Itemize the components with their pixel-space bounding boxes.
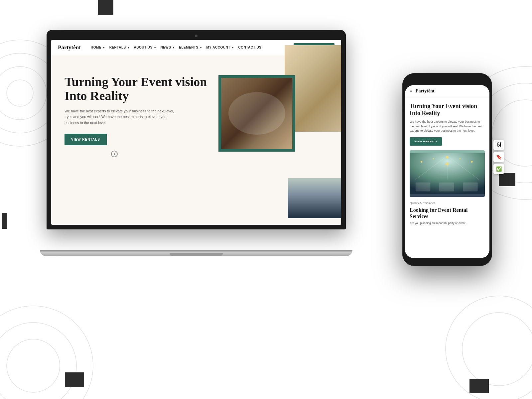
laptop-nav-contact[interactable]: CONTACT US [238,46,261,49]
about-dropdown-arrow: ▾ [154,46,156,49]
phone-content: Turning Your Event vision Into Reality W… [405,97,489,257]
laptop-hero-left: Turning Your Event vision Into Reality W… [51,55,225,225]
deco-square-2 [2,213,7,229]
phone-side-icon-image[interactable]: 🖼 [493,140,504,150]
deco-square-5 [499,173,515,186]
laptop-main-image [218,75,295,152]
svg-point-18 [446,156,448,158]
laptop-nav-home[interactable]: HOME ▾ [91,46,105,49]
svg-point-11 [462,313,532,386]
phone-section-text: Are you planning an important party or e… [410,221,485,225]
account-dropdown-arrow: ▾ [232,46,234,49]
phone-side-icon-check[interactable]: ✅ [493,164,504,174]
laptop-view-rentals-button[interactable]: VIEW RENTALS [65,134,107,145]
laptop-hero: Turning Your Event vision Into Reality W… [51,55,341,225]
hamburger-icon[interactable]: ≡ [410,88,412,94]
phone-hero-body: We have the best experts to elevate your… [410,120,485,133]
svg-point-16 [421,161,422,163]
svg-point-9 [7,339,60,392]
laptop-mockup: Partytênt HOME ▾ RENTALS ▾ ABOUT US ▾ NE… [47,30,346,256]
svg-point-20 [471,161,472,163]
phone-hero-title: Turning Your Event vision Into Reality [410,103,485,116]
scene: ABOUT US Partytênt HOME ▾ RENTALS ▾ ABOU… [0,0,532,399]
deco-square-1 [98,0,113,15]
laptop-body: Partytênt HOME ▾ RENTALS ▾ ABOUT US ▾ NE… [47,30,346,229]
phone-body: ≡ Partytênt Turning Your Event vision In… [402,73,492,266]
news-dropdown-arrow: ▾ [173,46,175,49]
deco-square-4 [469,379,489,393]
laptop-nav-about[interactable]: ABOUT US ▾ [134,46,156,49]
deco-square-3 [65,372,84,387]
laptop-bottom-image [288,178,341,218]
laptop-nav-links: HOME ▾ RENTALS ▾ ABOUT US ▾ NEWS ▾ ELEME… [91,46,294,49]
laptop-table-image-content [221,78,292,149]
svg-rect-21 [416,183,430,192]
phone-section-tag: Quality & Efficience [410,201,485,205]
svg-rect-22 [439,183,454,192]
laptop-screen: Partytênt HOME ▾ RENTALS ▾ ABOUT US ▾ NE… [51,40,341,225]
svg-point-19 [459,158,461,160]
laptop-nav-elements[interactable]: ELEMENTS ▾ [179,46,201,49]
laptop-nav-rentals[interactable]: RENTALS ▾ [109,46,129,49]
svg-rect-23 [463,183,477,192]
svg-point-8 [0,323,76,399]
phone-mockup: ≡ Partytênt Turning Your Event vision In… [402,73,492,273]
laptop-nav-news[interactable]: NEWS ▾ [160,46,174,49]
svg-point-3 [7,80,33,106]
elements-dropdown-arrow: ▾ [200,46,202,49]
laptop-hero-title: Turning Your Event vision Into Reality [65,75,215,103]
laptop-scroll-dot[interactable] [111,151,118,157]
phone-notch [434,77,461,84]
phone-logo: Partytênt [416,88,435,94]
svg-point-2 [0,66,47,120]
laptop-logo: Partytênt [58,44,81,51]
laptop-nav-account[interactable]: MY ACCOUNT ▾ [206,46,233,49]
rentals-dropdown-arrow: ▾ [128,46,129,49]
phone-navbar: ≡ Partytênt [405,85,489,97]
phone-screen: ≡ Partytênt Turning Your Event vision In… [405,85,489,258]
laptop-camera [195,35,198,37]
laptop-hero-body: We have the best experts to elevate your… [65,108,178,126]
phone-side-icons: 🖼 🔖 ✅ [493,140,504,174]
svg-point-17 [433,158,434,160]
home-dropdown-arrow: ▾ [103,46,105,49]
phone-section-title: Looking for Event Rental Services [410,207,485,219]
phone-tent-image [410,150,485,197]
svg-point-10 [446,296,532,399]
laptop-hero-right [225,55,341,225]
phone-view-rentals-button[interactable]: VIEW RENTALS [410,137,442,146]
tent-image-overlay [410,150,485,197]
laptop-base [40,250,352,256]
phone-side-icon-bookmark[interactable]: 🔖 [493,152,504,162]
laptop-reception-image-content [288,178,341,218]
